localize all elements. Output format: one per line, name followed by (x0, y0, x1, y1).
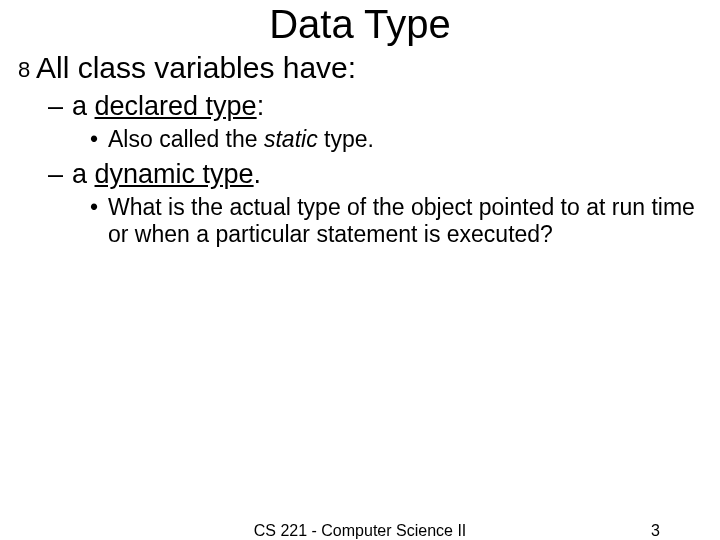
l2a-suffix: : (257, 91, 265, 121)
l2a-text: a declared type: (72, 91, 264, 122)
dash-icon: – (48, 91, 72, 122)
footer-page-number: 3 (651, 522, 660, 540)
l3a-italic: static (264, 126, 318, 152)
l2b-text: a dynamic type. (72, 159, 261, 190)
slide: Data Type 8 All class variables have: – … (0, 0, 720, 540)
bullet-level-3: • Also called the static type. (90, 126, 702, 153)
l3a-prefix: Also called the (108, 126, 264, 152)
l2a-underlined: declared type (95, 91, 257, 121)
l3b-text: What is the actual type of the object po… (108, 194, 702, 248)
bullet-icon: 8 (18, 55, 36, 85)
dash-icon: – (48, 159, 72, 190)
bullet-level-2: – a dynamic type. (48, 159, 702, 190)
footer-course: CS 221 - Computer Science II (254, 522, 467, 540)
l1-text: All class variables have: (36, 51, 356, 85)
bullet-level-3: • What is the actual type of the object … (90, 194, 702, 248)
l3a-text: Also called the static type. (108, 126, 374, 153)
slide-content: 8 All class variables have: – a declared… (0, 51, 720, 248)
l2a-prefix: a (72, 91, 95, 121)
l2b-prefix: a (72, 159, 95, 189)
dot-icon: • (90, 194, 108, 221)
l3a-suffix: type. (318, 126, 374, 152)
slide-title: Data Type (0, 0, 720, 47)
l2b-suffix: . (254, 159, 262, 189)
dot-icon: • (90, 126, 108, 153)
l2b-underlined: dynamic type (95, 159, 254, 189)
bullet-level-1: 8 All class variables have: (18, 51, 702, 85)
bullet-level-2: – a declared type: (48, 91, 702, 122)
